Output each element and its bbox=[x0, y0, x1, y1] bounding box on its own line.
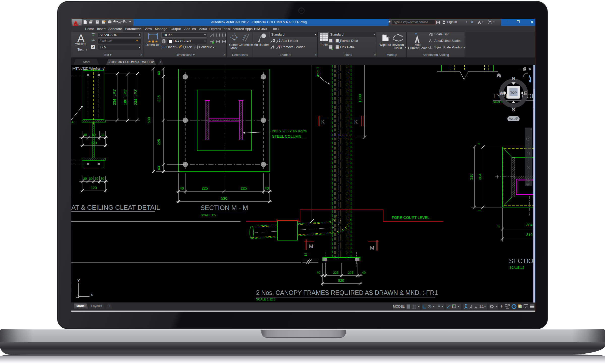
svg-text:40: 40 bbox=[317, 271, 320, 275]
svg-text:3mm T: 3mm T bbox=[316, 67, 320, 77]
svg-text:×: × bbox=[530, 128, 532, 131]
svg-text:310: 310 bbox=[469, 173, 473, 180]
svg-text:234 `LP1': 234 `LP1' bbox=[112, 89, 116, 105]
svg-text:3: 3 bbox=[477, 143, 481, 144]
svg-text:530: 530 bbox=[147, 117, 151, 123]
svg-text:SCALE 1:5: SCALE 1:5 bbox=[509, 266, 525, 269]
svg-text:−: − bbox=[519, 67, 521, 71]
svg-text:530: 530 bbox=[338, 279, 344, 283]
svg-text:AT & CEILING CLEAT DETAIL: AT & CEILING CLEAT DETAIL bbox=[71, 204, 160, 211]
svg-text:234 `LP3': 234 `LP3' bbox=[133, 89, 138, 105]
svg-text:M: M bbox=[309, 244, 313, 249]
svg-text:K: K bbox=[321, 119, 325, 125]
svg-text:TOP: TOP bbox=[510, 91, 517, 95]
svg-text:M: M bbox=[370, 245, 374, 251]
svg-text:1000: 1000 bbox=[358, 94, 362, 102]
svg-text:WCS: WCS bbox=[509, 117, 517, 121]
svg-text:X: X bbox=[90, 293, 93, 297]
svg-text:Y: Y bbox=[77, 278, 80, 283]
svg-text:530: 530 bbox=[221, 196, 227, 200]
svg-text:SCALE 1:5: SCALE 1:5 bbox=[201, 214, 216, 217]
svg-text:203 x 203 x 46 Kg/m: 203 x 203 x 46 Kg/m bbox=[272, 129, 307, 133]
svg-text:40: 40 bbox=[362, 271, 366, 275]
svg-text:W: W bbox=[500, 90, 504, 96]
svg-text:180 `LP2': 180 `LP2' bbox=[123, 89, 127, 105]
svg-text:[−][Top][2D Wireframe]: [−][Top][2D Wireframe] bbox=[72, 67, 105, 70]
svg-text:40: 40 bbox=[180, 186, 184, 190]
svg-text:225: 225 bbox=[157, 139, 161, 145]
svg-text:310: 310 bbox=[526, 232, 532, 237]
svg-text:15: 15 bbox=[304, 253, 308, 256]
svg-text:N: N bbox=[512, 76, 515, 81]
svg-text:225: 225 bbox=[333, 271, 339, 275]
svg-text:STEEL COLUMN: STEEL COLUMN bbox=[272, 134, 301, 138]
svg-text:1:1: 1:1 bbox=[479, 305, 484, 308]
svg-text:30: 30 bbox=[101, 177, 104, 180]
svg-text:225: 225 bbox=[348, 271, 353, 275]
svg-text:SECTION M - M: SECTION M - M bbox=[200, 204, 248, 211]
svg-text:E: E bbox=[524, 90, 527, 96]
svg-text:FORE COURT LEVEL: FORE COURT LEVEL bbox=[392, 215, 430, 220]
svg-text:30: 30 bbox=[89, 177, 93, 180]
svg-text:30: 30 bbox=[95, 177, 98, 180]
svg-text:30: 30 bbox=[83, 133, 87, 137]
svg-text:120: 120 bbox=[91, 141, 97, 145]
svg-text:225: 225 bbox=[157, 95, 161, 102]
svg-text:225: 225 bbox=[201, 186, 208, 190]
svg-text:S: S bbox=[512, 107, 515, 112]
svg-text:A.: A. bbox=[71, 120, 74, 124]
svg-text:40: 40 bbox=[157, 71, 161, 75]
svg-text:304: 304 bbox=[526, 223, 532, 227]
svg-text:SCALE 1:12.5: SCALE 1:12.5 bbox=[256, 298, 275, 301]
svg-text:2 Nos. CANOPY FRAMES REQUIRED: 2 Nos. CANOPY FRAMES REQUIRED AS DRAWN &… bbox=[256, 289, 438, 296]
svg-text:304: 304 bbox=[478, 173, 482, 180]
svg-text:SECTION: SECTION bbox=[509, 257, 536, 265]
svg-text:60: 60 bbox=[92, 133, 96, 137]
svg-text:✕: ✕ bbox=[529, 67, 531, 71]
svg-text:120: 120 bbox=[91, 186, 97, 190]
svg-text:40: 40 bbox=[265, 186, 269, 190]
svg-text:3: 3 bbox=[477, 209, 481, 211]
svg-text:30: 30 bbox=[101, 133, 104, 137]
svg-text:40: 40 bbox=[157, 166, 161, 170]
svg-text:3: 3 bbox=[497, 224, 499, 228]
svg-text:K: K bbox=[354, 119, 358, 125]
svg-text:225: 225 bbox=[240, 186, 247, 190]
svg-text:30: 30 bbox=[83, 177, 87, 180]
